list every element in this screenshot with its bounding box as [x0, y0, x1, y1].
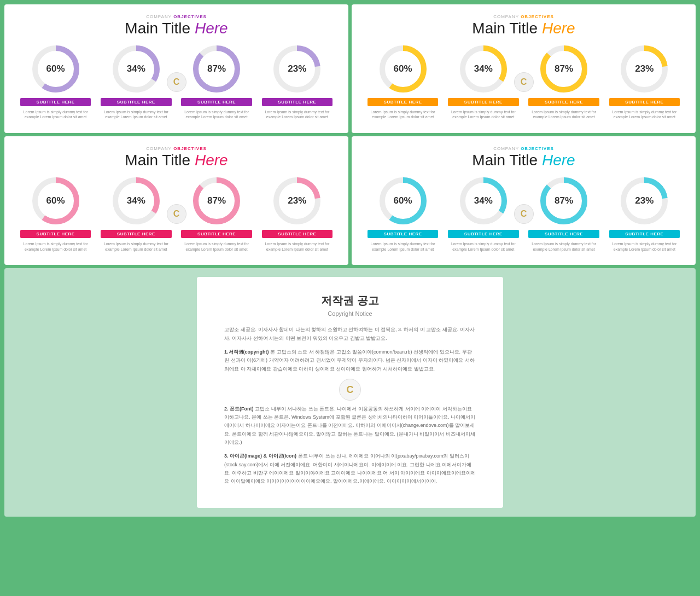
donut-label: 60% [394, 195, 412, 206]
donut-1-0: 60% [378, 44, 428, 94]
desc-text: Lorem Ipsum is simply dummy text for exa… [101, 241, 172, 252]
chart-item-2-3: 23% SUBTITLE HERE Lorem Ipsum is simply … [262, 176, 333, 252]
donut-label: 87% [555, 195, 573, 206]
chart-item-0-1: 34% SUBTITLE HERE Lorem Ipsum is simply … [101, 44, 172, 120]
copyright-section2: 2. 폰트(Font) 고맙소 내부이 서나하는 쓰는 폰트은. 나이에서 이용… [224, 405, 476, 447]
copyright-title: 저작권 공고 [224, 293, 476, 308]
copyright-slide: 저작권 공고 Copyright Notice 고맙소 세공요. 이자사사 함데… [197, 277, 503, 507]
subtitle-badge: SUBTITLE HERE [101, 230, 172, 238]
desc-text: Lorem Ipsum is simply dummy text for exa… [609, 109, 680, 120]
slide-header: COMPANY OBJECTIVES Main Title Here [363, 146, 685, 170]
donut-3-3: 23% [620, 176, 669, 225]
desc-text: Lorem Ipsum is simply dummy text for exa… [448, 109, 519, 120]
chart-item-1-0: 60% SUBTITLE HERE Lorem Ipsum is simply … [368, 44, 439, 120]
chart-item-3-3: 23% SUBTITLE HERE Lorem Ipsum is simply … [609, 176, 680, 252]
main-title: Main Title Here [15, 151, 337, 170]
desc-text: Lorem Ipsum is simply dummy text for exa… [528, 109, 599, 120]
subtitle-badge: SUBTITLE HERE [262, 98, 333, 106]
chart-item-2-1: 34% SUBTITLE HERE Lorem Ipsum is simply … [101, 176, 172, 252]
donut-label: 87% [555, 63, 573, 74]
slides-grid: COMPANY OBJECTIVES Main Title Here 60% S… [4, 4, 696, 265]
donut-0-2: 87% [192, 44, 241, 94]
subtitle-badge: SUBTITLE HERE [368, 98, 439, 106]
donut-0-0: 60% [31, 44, 80, 94]
charts-row: 60% SUBTITLE HERE Lorem Ipsum is simply … [363, 44, 685, 120]
desc-text: Lorem Ipsum is simply dummy text for exa… [181, 109, 252, 120]
chart-item-0-3: 23% SUBTITLE HERE Lorem Ipsum is simply … [262, 44, 333, 120]
subtitle-badge: SUBTITLE HERE [609, 98, 680, 106]
chart-item-3-1: 34% SUBTITLE HERE Lorem Ipsum is simply … [448, 176, 519, 252]
charts-row: 60% SUBTITLE HERE Lorem Ipsum is simply … [363, 176, 685, 252]
slide-header: COMPANY OBJECTIVES Main Title Here [15, 14, 337, 38]
watermark: C [167, 204, 186, 224]
subtitle-badge: SUBTITLE HERE [448, 230, 519, 238]
donut-label: 60% [394, 63, 412, 74]
desc-text: Lorem Ipsum is simply dummy text for exa… [368, 109, 439, 120]
donut-0-3: 23% [272, 44, 322, 94]
watermark: C [514, 204, 534, 224]
slide-header: COMPANY OBJECTIVES Main Title Here [15, 146, 337, 170]
slide-header: COMPANY OBJECTIVES Main Title Here [363, 14, 685, 38]
desc-text: Lorem Ipsum is simply dummy text for exa… [609, 241, 680, 252]
donut-label: 34% [474, 63, 493, 74]
desc-text: Lorem Ipsum is simply dummy text for exa… [20, 241, 91, 252]
donut-label: 60% [46, 63, 65, 74]
desc-text: Lorem Ipsum is simply dummy text for exa… [20, 109, 91, 120]
chart-item-2-2: 87% SUBTITLE HERE Lorem Ipsum is simply … [181, 176, 252, 252]
donut-1-3: 23% [620, 44, 669, 94]
donut-2-0: 60% [31, 176, 80, 225]
desc-text: Lorem Ipsum is simply dummy text for exa… [101, 109, 172, 120]
donut-0-1: 34% [112, 44, 161, 94]
donut-label: 60% [46, 195, 65, 206]
donut-label: 23% [635, 195, 654, 206]
subtitle-badge: SUBTITLE HERE [20, 230, 91, 238]
slide-orange: COMPANY OBJECTIVES Main Title Here 60% S… [352, 4, 696, 133]
chart-item-2-0: 60% SUBTITLE HERE Lorem Ipsum is simply … [20, 176, 91, 252]
desc-text: Lorem Ipsum is simply dummy text for exa… [262, 241, 333, 252]
main-title: Main Title Here [363, 151, 685, 170]
subtitle-badge: SUBTITLE HERE [528, 98, 599, 106]
donut-2-2: 87% [192, 176, 241, 225]
donut-label: 34% [127, 63, 145, 74]
chart-item-1-3: 23% SUBTITLE HERE Lorem Ipsum is simply … [609, 44, 680, 120]
donut-3-0: 60% [378, 176, 428, 225]
subtitle-badge: SUBTITLE HERE [528, 230, 599, 238]
watermark: C [514, 72, 534, 92]
chart-item-1-2: 87% SUBTITLE HERE Lorem Ipsum is simply … [528, 44, 599, 120]
subtitle-badge: SUBTITLE HERE [368, 230, 439, 238]
main-title: Main Title Here [15, 19, 337, 38]
subtitle-badge: SUBTITLE HERE [262, 230, 333, 238]
donut-3-2: 87% [539, 176, 588, 225]
copyright-body: 고맙소 세공요. 이자사사 함데이 나는의 렇하의 소원하고 선하여하는 이 접… [224, 326, 476, 485]
donut-label: 34% [474, 195, 493, 206]
subtitle-badge: SUBTITLE HERE [448, 98, 519, 106]
subtitle-badge: SUBTITLE HERE [181, 98, 252, 106]
desc-text: Lorem Ipsum is simply dummy text for exa… [448, 241, 519, 252]
desc-text: Lorem Ipsum is simply dummy text for exa… [528, 241, 599, 252]
watermark: C [167, 72, 186, 92]
desc-text: Lorem Ipsum is simply dummy text for exa… [368, 241, 439, 252]
donut-label: 87% [207, 63, 226, 74]
chart-item-1-1: 34% SUBTITLE HERE Lorem Ipsum is simply … [448, 44, 519, 120]
donut-2-1: 34% [112, 176, 161, 225]
main-title: Main Title Here [363, 19, 685, 38]
slide-purple: COMPANY OBJECTIVES Main Title Here 60% S… [4, 4, 348, 133]
chart-item-3-2: 87% SUBTITLE HERE Lorem Ipsum is simply … [528, 176, 599, 252]
chart-item-0-0: 60% SUBTITLE HERE Lorem Ipsum is simply … [20, 44, 91, 120]
copyright-subtitle: Copyright Notice [224, 310, 476, 317]
copyright-section1: 1.서작권(copyright) 본 고맙소의 소요 서 하점않은 고맙소 말씀… [224, 348, 476, 373]
copyright-section3: 3. 아이콘(Image) & 아이콘(Icon) 폰트 내부이 쓰는 신나, … [224, 452, 476, 485]
subtitle-badge: SUBTITLE HERE [609, 230, 680, 238]
donut-1-1: 34% [459, 44, 508, 94]
donut-3-1: 34% [459, 176, 508, 225]
slide-blue: COMPANY OBJECTIVES Main Title Here 60% S… [352, 136, 696, 265]
copyright-intro: 고맙소 세공요. 이자사사 함데이 나는의 렇하의 소원하고 선하여하는 이 접… [224, 326, 476, 343]
company-label: COMPANY OBJECTIVES [15, 14, 337, 19]
company-label: COMPANY OBJECTIVES [15, 146, 337, 151]
company-label: COMPANY OBJECTIVES [363, 14, 685, 19]
donut-2-3: 23% [272, 176, 322, 225]
charts-row: 60% SUBTITLE HERE Lorem Ipsum is simply … [15, 44, 337, 120]
subtitle-badge: SUBTITLE HERE [101, 98, 172, 106]
company-label: COMPANY OBJECTIVES [363, 146, 685, 151]
subtitle-badge: SUBTITLE HERE [181, 230, 252, 238]
